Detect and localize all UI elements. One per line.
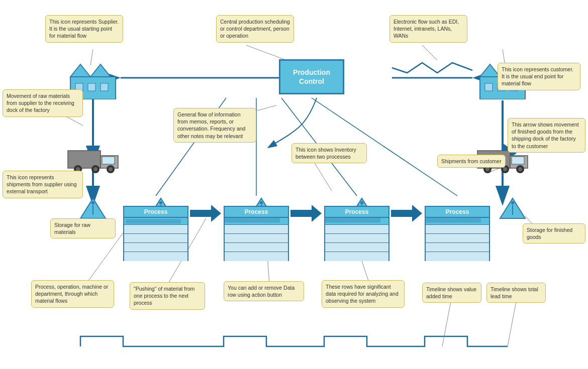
process-box-2: Process (224, 206, 289, 261)
callout-storage-raw-text: Storage for raw materials (54, 222, 90, 235)
process-box-4: Process (425, 206, 490, 261)
svg-rect-38 (88, 83, 95, 91)
process-label-1: Process (124, 207, 187, 218)
callout-supplier: This icon represents Supplier. It is the… (45, 15, 123, 43)
svg-marker-10 (190, 205, 221, 222)
process-label-2: Process (225, 207, 288, 218)
svg-point-77 (511, 201, 514, 204)
callout-timeline-total: Timeline shows total lead time (486, 283, 546, 303)
svg-point-71 (260, 201, 263, 204)
callout-central-prod: Central production scheduling or control… (216, 15, 294, 43)
svg-rect-42 (485, 83, 493, 91)
inventory-triangle-right (499, 196, 527, 222)
callout-raw-movement-text: Movement of raw materials from supplier … (7, 93, 74, 113)
svg-marker-11 (290, 205, 322, 222)
svg-point-74 (360, 201, 363, 204)
process-label-3: Process (325, 207, 388, 218)
production-control-box: Production Control (279, 59, 344, 94)
svg-line-33 (246, 45, 286, 60)
svg-rect-39 (101, 83, 108, 91)
svg-line-34 (422, 45, 437, 60)
svg-marker-36 (70, 64, 116, 77)
prod-control-label: Production Control (280, 68, 343, 86)
callout-supplier-transport-text: This icon represents shipments from supp… (7, 174, 76, 194)
svg-point-68 (159, 201, 162, 204)
process-box-1: Process (123, 206, 188, 261)
svg-marker-12 (391, 205, 422, 222)
callout-push-desc: "Pushing" of material from one process t… (130, 282, 205, 310)
callout-timeline-value: Timeline shows value added time (422, 283, 481, 303)
callout-shipments-text: Shipments from customer (441, 158, 502, 164)
callout-finished-goods: This arrow shows movement of finished go… (508, 118, 585, 153)
callout-data-row: You can add or remove Data row using act… (224, 281, 304, 301)
callout-push-desc-text: "Pushing" of material from one process t… (134, 286, 194, 306)
callout-process-desc: Process, operation, machine or departmen… (31, 280, 114, 308)
callout-customer: This icon represents customer. It is the… (498, 63, 580, 90)
callout-finished-goods-text: This arrow shows movement of finished go… (512, 121, 579, 149)
callout-data-analysis: These rows have significant data require… (322, 280, 405, 308)
callout-info-flow: General flow of information from memos, … (173, 108, 256, 143)
callout-electronic-flow: Electronic flow such as EDI, Internet, i… (389, 15, 467, 43)
svg-point-62 (518, 167, 522, 171)
callout-storage-raw: Storage for raw materials (50, 218, 116, 238)
callout-raw-movement: Movement of raw materials from supplier … (3, 89, 83, 117)
callout-central-prod-text: Central production scheduling or control… (220, 19, 290, 39)
callout-info-flow-text: General flow of information from memos, … (177, 111, 245, 139)
diagram-svg (0, 0, 588, 369)
svg-rect-47 (102, 157, 115, 164)
svg-point-60 (503, 167, 507, 171)
callout-supplier-transport: This icon represents shipments from supp… (3, 171, 83, 198)
svg-point-53 (109, 167, 113, 171)
callout-customer-text: This icon represents customer. It is the… (502, 66, 573, 86)
callout-storage-finished-text: Storage for finished goods (527, 227, 572, 240)
callout-timeline-value-text: Timeline shows value added time (426, 286, 476, 299)
callout-inventory: This icon shows Inventory between two pr… (291, 143, 367, 163)
callout-timeline-total-text: Timeline shows total lead time (491, 286, 538, 299)
diagram-canvas: { "title": "Value Stream Mapping Diagram… (0, 0, 588, 369)
callout-storage-finished: Storage for finished goods (523, 223, 585, 243)
svg-point-58 (485, 167, 489, 171)
svg-rect-56 (512, 157, 524, 164)
process-label-4: Process (426, 207, 489, 218)
callout-data-row-text: You can add or remove Data row using act… (228, 285, 295, 298)
callout-shipments-customer: Shipments from customer (437, 155, 506, 168)
callout-process-desc-text: Process, operation, machine or departmen… (35, 284, 108, 304)
callout-supplier-text: This icon represents Supplier. It is the… (49, 19, 119, 39)
svg-point-65 (91, 201, 94, 204)
callout-inventory-text: This icon shows Inventory between two pr… (296, 147, 356, 160)
callout-data-analysis-text: These rows have significant data require… (326, 284, 399, 304)
svg-point-51 (93, 167, 97, 171)
callout-electronic-flow-text: Electronic flow such as EDI, Internet, i… (394, 19, 459, 39)
process-box-3: Process (324, 206, 389, 261)
